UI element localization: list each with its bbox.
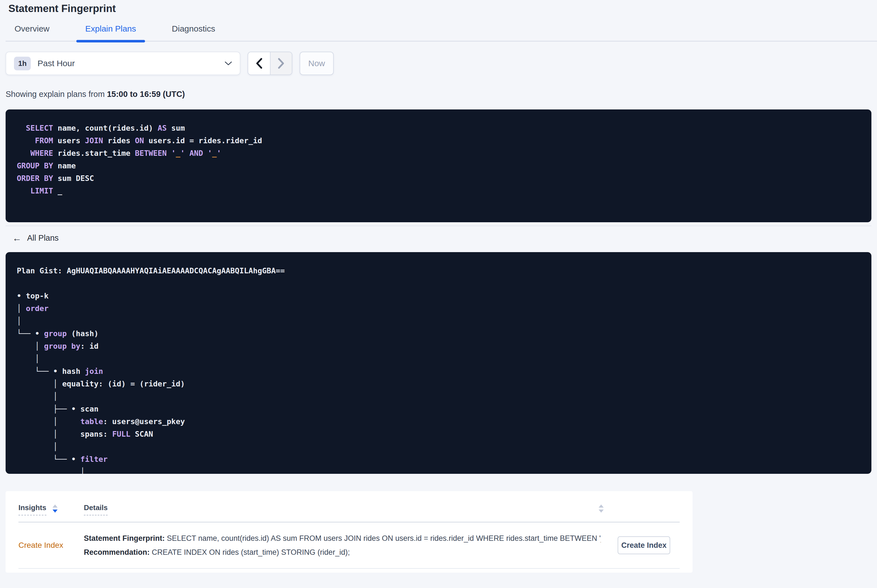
- details-column-label: Details: [84, 503, 108, 515]
- table-row: Create Index Statement Fingerprint: SELE…: [18, 522, 680, 569]
- time-range-label: Past Hour: [38, 58, 75, 68]
- recommendation-label: Recommendation:: [84, 548, 150, 556]
- sort-up-icon: [599, 504, 604, 508]
- sort-icon-details: [599, 504, 604, 513]
- time-next-button[interactable]: [270, 52, 292, 75]
- all-plans-label: All Plans: [27, 233, 59, 243]
- statement-fingerprint-line: Statement Fingerprint: SELECT name, coun…: [84, 534, 601, 543]
- sort-down-icon: [599, 510, 604, 513]
- tab-explain-plans-label: Explain Plans: [85, 24, 136, 33]
- sort-down-icon: [53, 510, 57, 513]
- summary-prefix: Showing explain plans from: [6, 90, 107, 99]
- time-range-select[interactable]: 1h Past Hour: [6, 52, 240, 75]
- plan-gist-box: Plan Gist: AgHUAQIABQAAAAHYAQIAiAEAAAADC…: [6, 252, 871, 474]
- now-button[interactable]: Now: [299, 52, 334, 75]
- tab-diagnostics[interactable]: Diagnostics: [163, 24, 224, 41]
- time-range-badge: 1h: [14, 57, 31, 70]
- time-controls: 1h Past Hour Now: [6, 52, 877, 75]
- tab-overview[interactable]: Overview: [6, 24, 59, 41]
- insights-column-label: Insights: [18, 503, 47, 515]
- chevron-right-icon: [277, 58, 285, 69]
- create-index-button[interactable]: Create Index: [618, 536, 670, 554]
- column-header-insights[interactable]: Insights: [18, 503, 84, 515]
- recommendation-text: CREATE INDEX ON rides (start_time) STORI…: [150, 548, 350, 556]
- tab-explain-plans[interactable]: Explain Plans: [76, 24, 145, 41]
- chevron-left-icon: [255, 58, 263, 69]
- tab-overview-label: Overview: [15, 24, 50, 33]
- recommendation-line: Recommendation: CREATE INDEX ON rides (s…: [84, 548, 601, 557]
- page-title: Statement Fingerprint: [0, 0, 877, 15]
- time-range-summary: Showing explain plans from 15:00 to 16:5…: [6, 90, 877, 99]
- insight-type-link[interactable]: Create Index: [18, 541, 63, 549]
- insights-table-card: Insights Details Create Index Statement …: [6, 491, 692, 573]
- arrow-left-icon: ←: [12, 233, 21, 243]
- insight-type-cell: Create Index: [18, 541, 84, 550]
- sort-icon-insights: [53, 504, 57, 513]
- sort-up-icon: [53, 504, 57, 508]
- chevron-down-icon: [225, 61, 232, 66]
- all-plans-link[interactable]: ← All Plans: [12, 233, 59, 243]
- tab-diagnostics-label: Diagnostics: [172, 24, 215, 33]
- sql-statement-box: SELECT name, count(rides.id) AS sum FROM…: [6, 110, 871, 222]
- statement-fingerprint-page: Statement Fingerprint Overview Explain P…: [0, 0, 877, 588]
- statement-fingerprint-text: SELECT name, count(rides.id) AS sum FROM…: [165, 534, 601, 543]
- column-header-details[interactable]: Details: [84, 503, 680, 515]
- time-prev-button[interactable]: [248, 52, 270, 75]
- section-divider: [6, 226, 871, 226]
- statement-fingerprint-label: Statement Fingerprint:: [84, 534, 165, 543]
- tab-bar: Overview Explain Plans Diagnostics: [6, 24, 877, 42]
- insights-table-header: Insights Details: [18, 491, 680, 522]
- summary-range: 15:00 to 16:59 (UTC): [107, 90, 185, 99]
- insight-details-cell: Statement Fingerprint: SELECT name, coun…: [84, 534, 618, 557]
- time-nav-button-group: [248, 52, 292, 75]
